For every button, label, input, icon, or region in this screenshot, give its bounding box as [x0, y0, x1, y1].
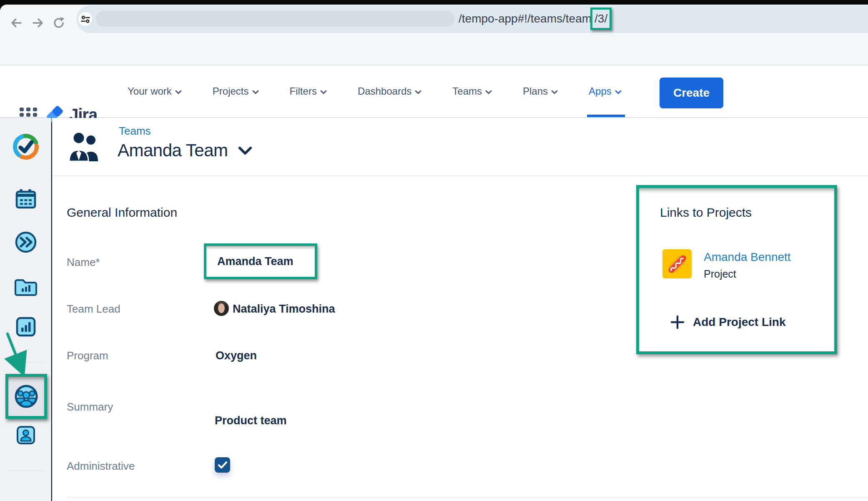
links-panel-heading: Links to Projects — [660, 205, 752, 220]
sidebar-item-teams-selected-annotation[interactable] — [5, 374, 47, 419]
chevron-down-icon — [415, 90, 421, 94]
field-label-name: Name* — [67, 256, 100, 269]
checkmark-icon — [218, 461, 228, 469]
url-text[interactable]: /tempo-app#!/teams/team/3/ — [459, 5, 610, 33]
plus-icon — [670, 315, 685, 329]
calendar-icon — [15, 188, 37, 210]
field-label-team-lead: Team Lead — [67, 303, 120, 316]
forward-arrow-icon — [31, 17, 45, 29]
main-content: Teams Amanda Team General Information Na… — [52, 118, 868, 501]
chevron-down-icon — [252, 90, 259, 94]
chevron-down-icon — [485, 90, 492, 94]
create-button[interactable]: Create — [660, 78, 723, 108]
field-label-administrative: Administrative — [67, 460, 135, 473]
url-team-id-annotation: /3/ — [590, 8, 612, 30]
team-lead-avatar[interactable] — [214, 301, 229, 316]
browser-toolbar: /tempo-app#!/teams/team/3/ — [0, 5, 868, 65]
teams-icon — [14, 384, 38, 408]
sidebar-item-people[interactable] — [0, 426, 51, 445]
administrative-checkbox-checked[interactable] — [215, 457, 230, 473]
nav-item-teams[interactable]: Teams — [452, 85, 492, 97]
tempo-sidebar — [0, 118, 51, 501]
annotation-arrow — [3, 331, 29, 375]
jira-top-navigation: Jira Your work Projects Filters Dashboar… — [0, 65, 868, 118]
nav-item-dashboards[interactable]: Dashboards — [358, 85, 421, 97]
folder-chart-icon — [14, 276, 38, 296]
add-project-link-button[interactable]: Add Project Link — [670, 315, 785, 329]
browser-back-button[interactable] — [9, 16, 23, 30]
breadcrumb-teams-link[interactable]: Teams — [119, 125, 151, 138]
reload-icon — [53, 17, 65, 29]
title-chevron-down-icon — [238, 146, 252, 155]
chevron-down-icon — [551, 90, 558, 94]
nav-item-your-work[interactable]: Your work — [128, 85, 182, 97]
project-avatar-icon[interactable] — [662, 249, 692, 278]
active-tab-underline — [587, 115, 625, 117]
browser-forward-button[interactable] — [31, 16, 45, 30]
chevron-down-icon — [175, 90, 182, 94]
header-divider — [52, 175, 868, 176]
section-heading-general-information: General Information — [67, 205, 177, 220]
summary-value: Product team — [215, 414, 287, 427]
browser-reload-button[interactable] — [52, 16, 66, 30]
nav-item-plans[interactable]: Plans — [523, 85, 558, 97]
hotdog-icon — [662, 249, 692, 278]
nav-menu: Your work Projects Filters Dashboards Te… — [128, 65, 622, 117]
site-settings-button[interactable] — [78, 12, 92, 26]
back-arrow-icon — [10, 17, 23, 29]
chevron-down-icon — [320, 90, 327, 94]
team-name-title: Amanda Team — [118, 140, 228, 160]
page-title[interactable]: Amanda Team — [118, 140, 252, 160]
program-value: Oxygen — [216, 349, 257, 362]
name-field-annotation[interactable]: Amanda Team — [204, 243, 317, 279]
chevron-down-icon — [615, 90, 622, 94]
nav-item-projects[interactable]: Projects — [213, 85, 259, 97]
team-lead-value[interactable]: Nataliya Timoshina — [233, 303, 335, 316]
sidebar-item-tempo-home[interactable] — [0, 132, 51, 162]
sidebar-divider — [8, 470, 44, 471]
section-divider — [67, 497, 868, 498]
tune-icon — [80, 14, 91, 25]
double-chevron-circle-icon — [15, 231, 37, 253]
nav-item-apps-active[interactable]: Apps — [589, 65, 622, 117]
sidebar-item-quick-switch[interactable] — [0, 231, 51, 253]
tempo-logo-icon — [11, 132, 41, 162]
application-window: /tempo-app#!/teams/team/3/ Jira Your wor… — [0, 0, 868, 501]
team-header-icon — [67, 129, 103, 163]
project-link-amanda-bennett[interactable]: Amanda Bennett — [704, 250, 791, 264]
url-path: /tempo-app#!/teams/team — [459, 12, 592, 25]
avatar-face — [218, 303, 225, 313]
name-field-value: Amanda Team — [206, 255, 294, 268]
nav-item-filters[interactable]: Filters — [290, 85, 327, 97]
address-bar[interactable]: /tempo-app#!/teams/team/3/ — [76, 5, 868, 33]
add-project-link-label: Add Project Link — [693, 316, 785, 329]
links-to-projects-panel-annotation: Links to Projects Amanda Bennett Project… — [636, 185, 837, 354]
redacted-url-segment — [96, 11, 454, 27]
project-type-label: Project — [704, 268, 736, 280]
person-icon — [16, 426, 35, 445]
sidebar-item-reports-folder[interactable] — [0, 276, 51, 296]
field-label-summary: Summary — [67, 401, 113, 413]
sidebar-item-calendar[interactable] — [0, 188, 51, 210]
field-label-program: Program — [67, 349, 108, 362]
